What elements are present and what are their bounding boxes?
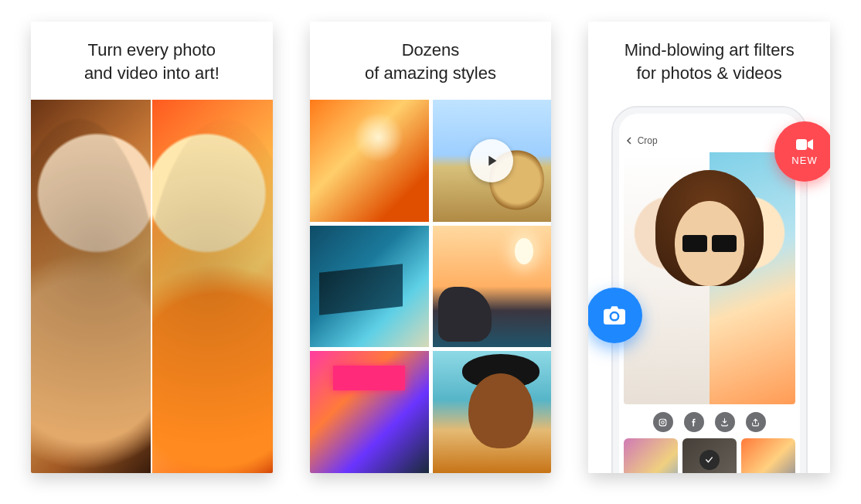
promo-card-1-title: Turn every photo and video into art! (31, 22, 273, 100)
play-icon[interactable] (470, 139, 513, 182)
promo-card-3-title: Mind-blowing art filters for photos & vi… (588, 22, 830, 100)
promo-card-1: Turn every photo and video into art! (31, 22, 273, 473)
promo2-title-line2: of amazing styles (365, 63, 496, 83)
style-tile-street[interactable] (310, 351, 429, 473)
svg-point-3 (665, 420, 665, 421)
promo-card-2-title: Dozens of amazing styles (310, 22, 552, 100)
video-icon (795, 138, 814, 152)
style-tile-field-video[interactable] (433, 100, 552, 222)
promo3-title-line2: for photos & videos (637, 63, 782, 83)
phone-screen: Crop (624, 134, 795, 473)
promo1-title-line1: Turn every photo (88, 40, 216, 60)
style-tile-sunset[interactable] (433, 226, 552, 348)
style-tile-portrait[interactable] (310, 100, 429, 222)
filter-mononoke[interactable]: Mononoke (741, 438, 795, 473)
camera-icon (604, 306, 625, 325)
facebook-icon[interactable] (684, 412, 704, 432)
style-tile-woman[interactable] (433, 351, 552, 473)
after-image (152, 100, 272, 473)
filter-composition[interactable]: Composition (682, 438, 737, 473)
chevron-left-icon (625, 137, 633, 145)
new-badge-label: NEW (791, 155, 817, 166)
phone-mock-area: NEW Crop (588, 100, 830, 473)
before-image (31, 100, 151, 473)
share-row (624, 404, 795, 438)
preview-split (624, 152, 795, 404)
filters-row: Tears Composition Mononoke (624, 438, 795, 473)
promo1-title-line2: and video into art! (84, 63, 220, 83)
instagram-icon[interactable] (653, 412, 673, 432)
svg-point-2 (662, 421, 664, 424)
promo-card-2: Dozens of amazing styles (310, 22, 552, 473)
promo-card-3: Mind-blowing art filters for photos & vi… (588, 22, 830, 473)
screenshot-row: Turn every photo and video into art! Doz… (0, 0, 861, 504)
share-icon[interactable] (746, 412, 766, 432)
check-icon (699, 450, 720, 470)
sunglasses-icon (682, 235, 737, 252)
promo2-title-line1: Dozens (402, 40, 460, 60)
download-icon[interactable] (715, 412, 735, 432)
filter-tears[interactable]: Tears (624, 438, 678, 473)
promo3-title-line1: Mind-blowing art filters (624, 40, 795, 60)
before-after-image (31, 100, 273, 473)
style-tile-boat[interactable] (310, 226, 429, 348)
svg-rect-0 (796, 139, 807, 150)
back-label: Crop (638, 135, 658, 146)
new-video-badge: NEW (774, 121, 830, 182)
back-crop-button[interactable]: Crop (624, 134, 795, 152)
style-grid (310, 100, 552, 473)
